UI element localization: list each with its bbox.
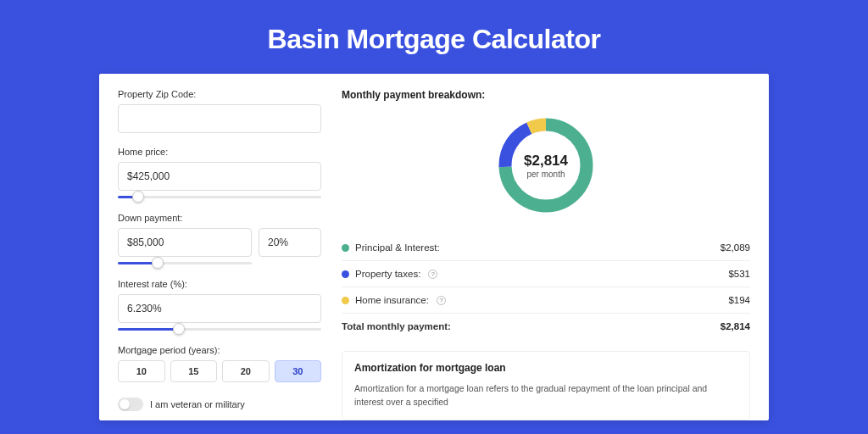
price-input[interactable]	[118, 162, 321, 191]
amortization-box: Amortization for mortgage loan Amortizat…	[342, 351, 750, 420]
zip-label: Property Zip Code:	[118, 89, 321, 99]
breakdown-row-label: Principal & Interest:	[355, 242, 440, 253]
veteran-toggle[interactable]	[118, 398, 143, 411]
breakdown-total-value: $2,814	[721, 321, 750, 331]
breakdown-panel: Monthly payment breakdown: $2,814 per mo…	[342, 89, 750, 420]
help-icon[interactable]: ?	[437, 296, 446, 305]
breakdown-row-value: $194	[728, 295, 750, 305]
page-title: Basin Mortgage Calculator	[0, 0, 868, 74]
rate-field-group: Interest rate (%):	[118, 279, 321, 323]
dot-icon	[342, 244, 349, 252]
breakdown-row-value: $2,089	[721, 242, 750, 253]
donut-chart: $2,814 per month	[342, 113, 750, 218]
amortization-title: Amortization for mortgage loan	[354, 362, 737, 374]
down-amount-input[interactable]	[118, 228, 252, 257]
breakdown-row-principal: Principal & Interest: $2,089	[342, 235, 750, 261]
calculator-card: Property Zip Code: Home price: Down paym…	[99, 74, 769, 420]
price-field-group: Home price:	[118, 147, 321, 191]
breakdown-row-label: Home insurance:	[355, 295, 429, 305]
period-button-15[interactable]: 15	[170, 360, 218, 382]
period-button-30[interactable]: 30	[275, 360, 322, 382]
form-panel: Property Zip Code: Home price: Down paym…	[118, 89, 321, 420]
period-field-group: Mortgage period (years): 10152030	[118, 345, 321, 382]
breakdown-total-label: Total monthly payment:	[342, 321, 451, 331]
donut-value: $2,814	[524, 153, 568, 170]
help-icon[interactable]: ?	[428, 270, 437, 279]
veteran-label: I am veteran or military	[150, 399, 245, 409]
donut-sub: per month	[526, 170, 565, 179]
amortization-text: Amortization for a mortgage loan refers …	[354, 382, 737, 409]
period-label: Mortgage period (years):	[118, 345, 321, 355]
down-label: Down payment:	[118, 213, 321, 223]
breakdown-row-value: $531	[728, 269, 750, 279]
veteran-row: I am veteran or military	[118, 398, 321, 411]
rate-label: Interest rate (%):	[118, 279, 321, 289]
breakdown-row-insurance: Home insurance: ? $194	[342, 287, 750, 314]
price-label: Home price:	[118, 147, 321, 157]
breakdown-row-label: Property taxes:	[355, 269, 420, 279]
zip-input[interactable]	[118, 104, 321, 133]
breakdown-title: Monthly payment breakdown:	[342, 89, 750, 101]
dot-icon	[342, 270, 349, 278]
rate-slider[interactable]	[118, 323, 321, 337]
down-slider[interactable]	[118, 257, 252, 270]
period-button-20[interactable]: 20	[222, 360, 270, 382]
down-field-group: Down payment:	[118, 213, 321, 257]
rate-input[interactable]	[118, 294, 321, 323]
zip-field-group: Property Zip Code:	[118, 89, 321, 133]
period-button-10[interactable]: 10	[118, 360, 165, 382]
down-percent-input[interactable]	[259, 228, 321, 257]
breakdown-row-taxes: Property taxes: ? $531	[342, 261, 750, 287]
breakdown-row-total: Total monthly payment: $2,814	[342, 314, 750, 339]
dot-icon	[342, 297, 349, 304]
price-slider[interactable]	[118, 191, 321, 204]
